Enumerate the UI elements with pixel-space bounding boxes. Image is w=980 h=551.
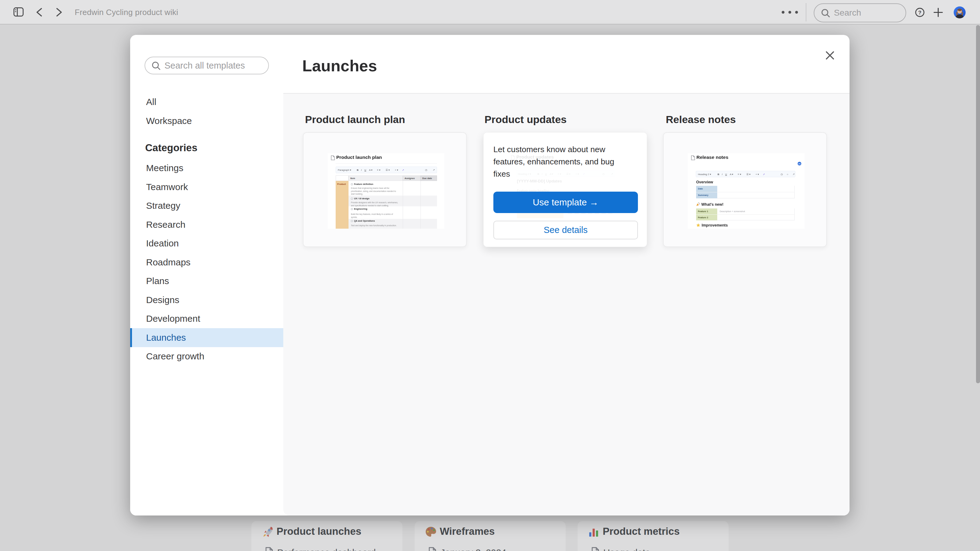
svg-text:?: ? xyxy=(918,10,921,16)
